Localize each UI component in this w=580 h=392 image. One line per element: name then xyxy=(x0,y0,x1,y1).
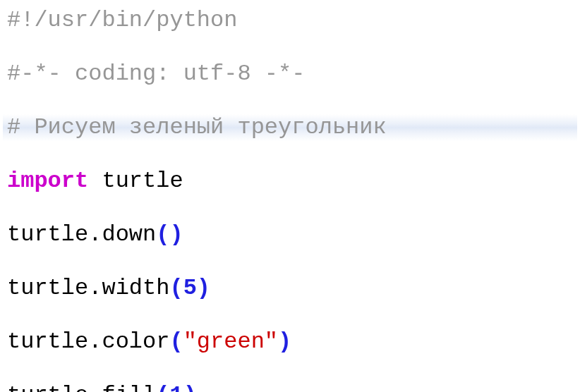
line-turtle-fill-1: turtle.fill(1) xyxy=(3,382,577,392)
arg-fill-1: 1 xyxy=(169,382,183,392)
method-width: width xyxy=(102,275,169,301)
code-snippet: #!/usr/bin/python #-*- coding: utf-8 -*-… xyxy=(0,0,580,392)
line-import: import turtle xyxy=(3,168,577,195)
line-turtle-down: turtle.down() xyxy=(3,221,577,248)
encoding-declaration: #-*- coding: utf-8 -*- xyxy=(7,61,305,87)
python-source: #!/usr/bin/python #-*- coding: utf-8 -*-… xyxy=(3,7,577,392)
comment: # Рисуем зеленый треугольник xyxy=(7,114,387,140)
shebang: #!/usr/bin/python xyxy=(7,7,237,33)
line-encoding: #-*- coding: utf-8 -*- xyxy=(3,61,577,87)
line-turtle-width: turtle.width(5) xyxy=(3,275,577,302)
line-turtle-color: turtle.color("green") xyxy=(3,329,577,355)
line-shebang: #!/usr/bin/python xyxy=(3,7,577,34)
method-fill: fill xyxy=(102,382,156,392)
arg-color: "green" xyxy=(183,329,278,355)
method-down: down xyxy=(102,221,156,247)
keyword-import: import xyxy=(7,168,88,194)
method-color: color xyxy=(102,329,169,355)
arg-width: 5 xyxy=(183,275,197,301)
module-turtle: turtle xyxy=(102,168,183,194)
line-comment: # Рисуем зеленый треугольник xyxy=(3,114,577,141)
